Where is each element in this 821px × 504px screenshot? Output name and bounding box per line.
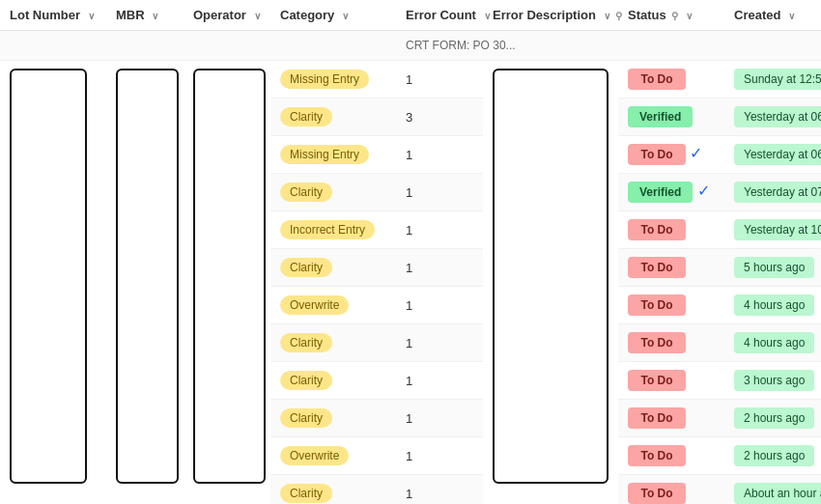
status-badge: To Do <box>628 445 686 466</box>
category-badge: Clarity <box>280 258 332 277</box>
created-badge: 4 hours ago <box>734 332 814 353</box>
sort-icon: ∨ <box>254 11 261 21</box>
status-cell: To Do ✓ <box>618 136 724 174</box>
sort-icon: ∨ <box>342 11 349 21</box>
created-badge: 2 hours ago <box>734 445 814 466</box>
data-table: Lot Number ∨ MBR ∨ Operator ∨ Category ∨… <box>0 0 821 504</box>
created-badge: 4 hours ago <box>734 294 814 316</box>
status-cell: Verified ✓ <box>618 174 724 211</box>
created-badge: About an hour ago <box>734 483 821 504</box>
category-cell: Clarity <box>270 324 396 362</box>
category-cell: Incorrect Entry <box>270 211 396 249</box>
created-cell: Yesterday at 06:03 AM <box>724 136 821 174</box>
category-cell: Missing Entry <box>270 136 396 174</box>
truncated-row-cell: CRT FORM: PO 30... <box>0 31 821 61</box>
error-count-cell: 1 <box>396 136 483 174</box>
col-header-category[interactable]: Category ∨ <box>270 0 396 31</box>
status-cell: To Do <box>618 362 724 400</box>
created-cell: 3 hours ago <box>724 362 821 400</box>
error-count-cell: 1 <box>396 437 483 475</box>
sort-icon: ∨ <box>686 11 693 21</box>
status-cell: To Do <box>618 287 724 324</box>
created-badge: Yesterday at 06:03 AM <box>734 144 821 165</box>
category-badge: Missing Entry <box>280 70 369 89</box>
error-count-cell: 1 <box>396 475 483 505</box>
main-table-container: Lot Number ∨ MBR ∨ Operator ∨ Category ∨… <box>0 0 821 504</box>
table-row-truncated: CRT FORM: PO 30... <box>0 31 821 61</box>
status-cell: Verified <box>618 98 724 136</box>
category-badge: Clarity <box>280 333 332 352</box>
error-count-cell: 1 <box>396 249 483 287</box>
status-badge: Verified <box>628 182 693 203</box>
col-header-status[interactable]: Status ⚲ ∨ <box>618 0 724 31</box>
category-cell: Clarity <box>270 475 396 505</box>
category-cell: Clarity <box>270 362 396 400</box>
status-badge: To Do <box>628 69 686 90</box>
col-header-error-count[interactable]: Error Count ∨ <box>396 0 483 31</box>
error-count-cell: 1 <box>396 61 483 98</box>
error-count-cell: 1 <box>396 400 483 437</box>
category-badge: Clarity <box>280 107 332 126</box>
category-cell: Overwrite <box>270 287 396 324</box>
status-cell: To Do <box>618 437 724 475</box>
category-cell: Missing Entry <box>270 61 396 98</box>
category-cell: Clarity <box>270 174 396 211</box>
created-cell: Yesterday at 10:57 PM <box>724 211 821 249</box>
status-badge: To Do <box>628 370 686 391</box>
col-header-operator[interactable]: Operator ∨ <box>184 0 270 31</box>
sort-icon: ∨ <box>484 11 491 21</box>
created-cell: 5 hours ago <box>724 249 821 287</box>
status-badge: To Do <box>628 144 686 165</box>
category-cell: Clarity <box>270 249 396 287</box>
category-badge: Incorrect Entry <box>280 220 375 239</box>
status-badge: To Do <box>628 257 686 278</box>
created-badge: Yesterday at 06:02 AM <box>734 106 821 127</box>
col-header-created[interactable]: Created ∨ <box>724 0 821 31</box>
created-cell: Yesterday at 06:02 AM <box>724 98 821 136</box>
mbr-cell <box>106 61 184 505</box>
operator-cell <box>184 61 270 505</box>
sort-icon: ∨ <box>88 11 95 21</box>
category-badge: Clarity <box>280 182 332 202</box>
col-header-mbr[interactable]: MBR ∨ <box>106 0 184 31</box>
created-badge: Sunday at 12:57 PM <box>734 69 821 90</box>
created-badge: 2 hours ago <box>734 407 814 429</box>
status-cell: To Do <box>618 475 724 505</box>
status-badge: To Do <box>628 332 686 353</box>
status-badge: To Do <box>628 483 686 504</box>
category-cell: Clarity <box>270 98 396 136</box>
status-cell: To Do <box>618 249 724 287</box>
created-cell: 2 hours ago <box>724 437 821 475</box>
category-badge: Clarity <box>280 484 332 503</box>
error-count-cell: 1 <box>396 211 483 249</box>
status-badge: To Do <box>628 294 686 316</box>
check-icon: ✓ <box>693 182 709 199</box>
lot-number-cell <box>0 61 106 505</box>
status-cell: To Do <box>618 400 724 437</box>
col-header-error-desc[interactable]: Error Description ∨ ⚲ <box>483 0 618 31</box>
created-cell: Yesterday at 07:33 AM <box>724 174 821 211</box>
created-cell: About an hour ago <box>724 475 821 505</box>
status-cell: To Do <box>618 61 724 98</box>
category-badge: Clarity <box>280 371 332 390</box>
category-badge: Overwrite <box>280 446 349 465</box>
check-icon: ✓ <box>686 145 702 161</box>
created-cell: 2 hours ago <box>724 400 821 437</box>
created-cell: 4 hours ago <box>724 324 821 362</box>
col-header-lot-number[interactable]: Lot Number ∨ <box>0 0 106 31</box>
status-badge: Verified <box>628 106 693 127</box>
category-cell: Overwrite <box>270 437 396 475</box>
category-badge: Missing Entry <box>280 145 369 164</box>
error-count-cell: 1 <box>396 324 483 362</box>
created-badge: 3 hours ago <box>734 370 814 391</box>
error-desc-cell <box>483 61 618 505</box>
status-badge: To Do <box>628 219 686 240</box>
error-count-cell: 1 <box>396 174 483 211</box>
category-cell: Clarity <box>270 400 396 437</box>
created-badge: 5 hours ago <box>734 257 814 278</box>
status-cell: To Do <box>618 211 724 249</box>
sort-icon: ∨ <box>604 11 610 21</box>
error-count-cell: 3 <box>396 98 483 136</box>
sort-icon: ∨ <box>152 11 158 21</box>
created-cell: Sunday at 12:57 PM <box>724 61 821 98</box>
